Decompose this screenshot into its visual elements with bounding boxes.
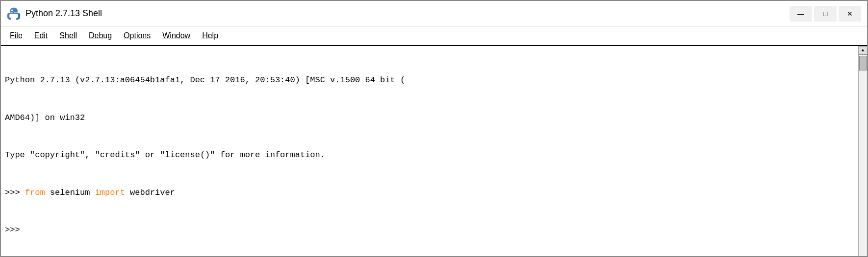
svg-point-1 (15, 16, 17, 18)
menu-file[interactable]: File (5, 29, 27, 42)
shell-line3-comma1: , (85, 150, 95, 160)
python-icon (7, 7, 21, 21)
shell-line3-copyright: "copyright" (30, 150, 85, 160)
close-button[interactable]: ✕ (839, 6, 861, 22)
shell-content: Python 2.7.13 (v2.7.13:a06454b1afa1, Dec… (1, 46, 867, 256)
title-bar: Python 2.7.13 Shell — □ ✕ (1, 1, 867, 26)
shell-line-3: Type "copyright", "credits" or "license(… (5, 149, 854, 162)
scroll-up-arrow[interactable]: ▲ (859, 46, 868, 55)
shell-line3-suffix: for more information. (215, 150, 325, 160)
title-bar-left: Python 2.7.13 Shell (7, 7, 102, 21)
shell-line3-or: or (140, 150, 160, 160)
menu-shell[interactable]: Shell (54, 29, 82, 42)
menu-debug[interactable]: Debug (84, 29, 117, 42)
menu-bar: File Edit Shell Debug Options Window Hel… (1, 26, 867, 46)
menu-help[interactable]: Help (197, 29, 223, 42)
shell-line3-license: "license()" (160, 150, 215, 160)
minimize-button[interactable]: — (790, 6, 812, 22)
shell-import-keyword: import (95, 188, 125, 197)
scroll-thumb[interactable] (859, 56, 867, 70)
shell-line3-credits: "credits" (95, 150, 140, 160)
shell-line-4: >>> from selenium import webdriver (5, 187, 854, 199)
svg-point-0 (11, 9, 13, 11)
shell-line2-text: AMD64)] on win32 (5, 113, 85, 122)
window-title: Python 2.7.13 Shell (26, 8, 102, 19)
shell-webdriver: webdriver (125, 188, 175, 197)
shell-line3-prefix: Type (5, 150, 30, 160)
menu-window[interactable]: Window (157, 29, 195, 42)
shell-text-area[interactable]: Python 2.7.13 (v2.7.13:a06454b1afa1, Dec… (1, 46, 858, 256)
shell-prompt-1: >>> (5, 188, 25, 197)
shell-line-5: >>> (5, 224, 854, 236)
menu-edit[interactable]: Edit (29, 29, 53, 42)
main-window: Python 2.7.13 Shell — □ ✕ File Edit Shel… (0, 0, 868, 257)
shell-from-keyword: from (25, 188, 45, 197)
menu-options[interactable]: Options (119, 29, 155, 42)
shell-line-1: Python 2.7.13 (v2.7.13:a06454b1afa1, Dec… (5, 74, 854, 87)
shell-selenium: selenium (45, 188, 95, 197)
shell-prompt-2: >>> (5, 225, 20, 234)
shell-line-2: AMD64)] on win32 (5, 112, 854, 124)
title-bar-controls: — □ ✕ (790, 6, 861, 22)
vertical-scrollbar[interactable]: ▲ (858, 46, 867, 256)
shell-line1-text: Python 2.7.13 (v2.7.13:a06454b1afa1, Dec… (5, 75, 405, 85)
maximize-button[interactable]: □ (814, 6, 837, 22)
